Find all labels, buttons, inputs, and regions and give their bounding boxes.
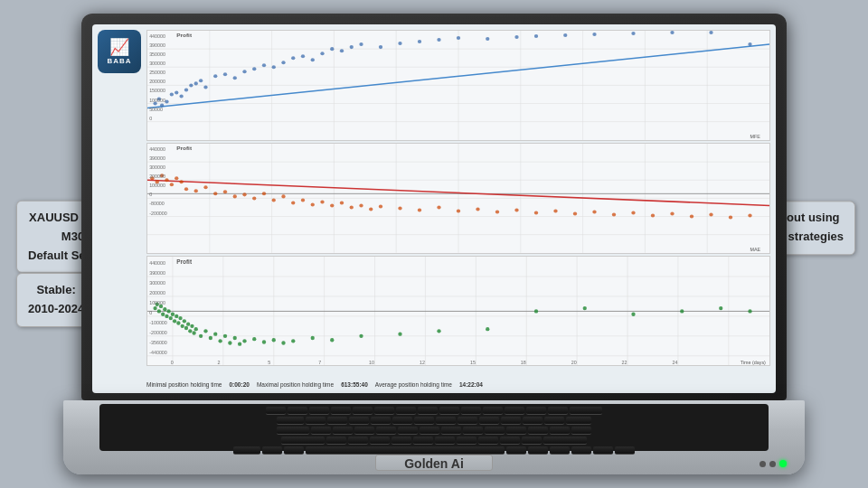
svg-point-171: [169, 315, 173, 319]
svg-text:0: 0: [149, 116, 152, 121]
led-dot-1: [760, 461, 766, 467]
svg-point-91: [170, 183, 174, 186]
svg-point-115: [398, 206, 401, 210]
led-green: [779, 460, 787, 467]
svg-text:390000: 390000: [149, 269, 165, 275]
svg-point-189: [218, 339, 222, 343]
svg-point-205: [486, 327, 489, 331]
min-hold-value: 0:00:20: [229, 381, 249, 388]
svg-point-97: [213, 192, 217, 195]
key: [326, 436, 346, 445]
key: [331, 407, 351, 415]
svg-point-188: [213, 332, 217, 335]
svg-point-95: [194, 189, 198, 192]
key: [463, 427, 483, 435]
svg-point-25: [194, 81, 198, 85]
svg-point-102: [262, 192, 266, 195]
top-chart-svg: 440000 390000 350000 300000 250000 20000…: [147, 31, 769, 140]
svg-point-35: [281, 61, 285, 64]
key: [500, 436, 520, 445]
svg-point-124: [573, 211, 577, 215]
svg-point-109: [330, 203, 334, 207]
svg-text:440000: 440000: [149, 259, 165, 265]
key: [483, 407, 503, 415]
svg-point-177: [181, 324, 184, 327]
svg-point-26: [199, 79, 203, 82]
svg-text:15: 15: [470, 359, 476, 364]
key: [543, 436, 587, 445]
top-chart: 440000 390000 350000 300000 250000 20000…: [146, 30, 770, 141]
svg-point-131: [709, 212, 712, 216]
svg-point-130: [690, 214, 693, 218]
key-row-3: [102, 427, 766, 435]
svg-point-178: [183, 319, 186, 323]
svg-point-49: [486, 37, 489, 41]
svg-point-46: [418, 40, 421, 43]
svg-point-199: [291, 339, 295, 343]
key: [522, 436, 542, 445]
svg-point-118: [457, 209, 460, 212]
svg-point-202: [359, 333, 363, 337]
svg-text:-100000: -100000: [149, 319, 167, 324]
svg-point-20: [170, 92, 174, 96]
baba-logo: 📈 BABA: [98, 30, 141, 73]
key: [528, 427, 548, 435]
svg-point-39: [320, 52, 324, 55]
svg-text:100000: 100000: [149, 183, 165, 188]
svg-point-173: [173, 319, 176, 323]
bottom-bar: Golden Ai: [63, 453, 805, 474]
key: [436, 417, 456, 425]
svg-point-113: [369, 207, 373, 211]
svg-text:100000: 100000: [149, 98, 165, 103]
key: [396, 407, 416, 415]
svg-point-103: [272, 198, 276, 202]
keyboard-area: [99, 404, 769, 451]
svg-text:Profit: Profit: [176, 258, 193, 264]
key: [420, 427, 439, 435]
svg-point-121: [514, 208, 518, 211]
svg-point-44: [379, 45, 382, 49]
svg-point-181: [188, 329, 192, 333]
svg-point-108: [320, 200, 324, 203]
svg-point-211: [748, 309, 751, 313]
bottom-info-bar: Minimal position holding time 0:00:20 Ma…: [146, 381, 770, 388]
svg-point-193: [238, 342, 241, 345]
key: [353, 407, 373, 415]
svg-point-126: [612, 212, 616, 216]
key: [439, 407, 459, 415]
svg-point-172: [171, 312, 175, 315]
svg-point-54: [631, 32, 635, 35]
svg-point-206: [534, 309, 538, 313]
key: [571, 427, 591, 435]
svg-point-175: [176, 321, 180, 324]
svg-point-209: [680, 309, 684, 313]
screen-display: 📈 BABA: [92, 24, 776, 393]
svg-text:200000: 200000: [149, 289, 165, 295]
svg-text:20: 20: [571, 359, 577, 364]
svg-point-168: [163, 307, 166, 311]
svg-point-122: [534, 211, 538, 214]
svg-point-45: [398, 42, 401, 45]
svg-text:300000: 300000: [149, 61, 165, 66]
svg-text:-200000: -200000: [149, 210, 167, 215]
svg-point-41: [340, 49, 344, 52]
key: [418, 407, 438, 415]
key-row-4: [102, 436, 766, 445]
svg-point-51: [534, 34, 538, 38]
keyboard-base: Golden Ai: [63, 400, 805, 474]
key: [349, 417, 369, 425]
svg-point-163: [153, 305, 156, 309]
svg-text:12: 12: [420, 359, 425, 364]
svg-point-192: [233, 335, 237, 339]
svg-point-114: [379, 204, 382, 208]
svg-point-38: [311, 58, 315, 61]
key: [566, 417, 591, 425]
svg-point-32: [252, 67, 256, 70]
key: [354, 427, 374, 435]
key-row-1: [102, 407, 766, 415]
key: [570, 407, 602, 415]
key: [327, 417, 347, 425]
svg-point-132: [729, 215, 732, 219]
svg-point-36: [291, 56, 295, 60]
svg-text:390000: 390000: [149, 155, 165, 161]
